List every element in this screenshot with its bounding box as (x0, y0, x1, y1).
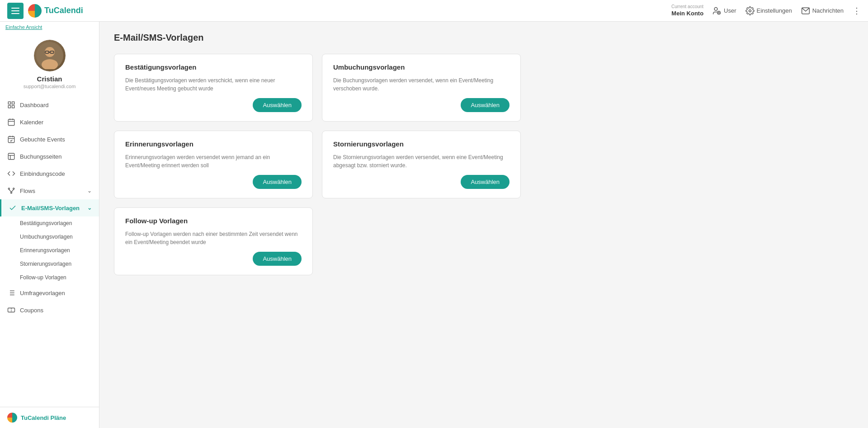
select-umbuchungsvorlagen-button[interactable]: Auswählen (461, 98, 509, 112)
card-umbuchungsvorlagen-action: Auswählen (333, 98, 509, 112)
simple-view-link[interactable]: Einfache Ansicht (0, 22, 99, 33)
flows-icon (7, 187, 15, 195)
sidebar-bottom: TuCalendi Pläne (0, 407, 99, 428)
sidebar-subitem-followup[interactable]: Follow-up Vorlagen (0, 271, 99, 284)
sidebar: Einfache Ansicht Cristian support@tucale (0, 22, 99, 428)
card-bestatigungsvorlagen: Bestätigungsvorlagen Die Bestätigungsvor… (114, 54, 313, 122)
more-icon[interactable]: ⋮ (853, 6, 861, 16)
hamburger-button[interactable] (7, 3, 24, 19)
svg-point-0 (714, 7, 717, 10)
svg-rect-10 (8, 102, 10, 104)
card-bestatigungsvorlagen-action: Auswählen (125, 98, 302, 112)
settings-action[interactable]: Einstellungen (745, 6, 792, 15)
sidebar-item-coupons[interactable]: Coupons (0, 301, 99, 319)
select-followup-button[interactable]: Auswählen (253, 252, 302, 266)
select-bestatigungsvorlagen-button[interactable]: Auswählen (253, 98, 302, 112)
checkmark-icon (9, 204, 17, 212)
sidebar-subitem-bestatigungsvorlagen[interactable]: Bestätigungsvorlagen (0, 216, 99, 230)
svg-rect-18 (8, 136, 14, 143)
booking-icon (7, 152, 15, 160)
card-umbuchungsvorlagen-title: Umbuchungsvorlagen (333, 63, 509, 71)
plans-label: TuCalendi Pläne (21, 414, 66, 421)
svg-rect-11 (12, 102, 14, 104)
card-followup: Follow-up Vorlagen Follow-up Vorlagen we… (114, 207, 313, 275)
card-umbuchungsvorlagen-desc: Die Buchungsvorlagen werden versendet, w… (333, 76, 509, 93)
sidebar-item-email-sms[interactable]: E-Mail/SMS-Vorlagen ⌄ (0, 199, 99, 216)
select-stornierungsvorlagen-button[interactable]: Auswählen (461, 175, 509, 189)
sidebar-item-einbindungscode-label: Einbindungscode (20, 170, 65, 177)
coupon-icon (7, 306, 15, 314)
svg-line-29 (11, 189, 14, 192)
sidebar-item-kalender[interactable]: Kalender (0, 113, 99, 131)
svg-line-28 (9, 189, 11, 192)
user-label: User (724, 7, 736, 14)
topbar: TuCalendi Current account Mein Konto Use… (0, 0, 868, 22)
settings-label: Einstellungen (757, 7, 792, 14)
avatar-image (34, 40, 66, 71)
card-erinnerungsvorlagen-title: Erinnerungsvorlagen (125, 140, 302, 148)
user-icon (712, 6, 722, 15)
sidebar-item-flows-label: Flows (20, 188, 35, 194)
tucalendi-plans-link[interactable]: TuCalendi Pläne (7, 413, 92, 423)
sidebar-item-kalender-label: Kalender (20, 119, 43, 126)
logo-icon (28, 4, 42, 18)
dashboard-icon (7, 101, 15, 109)
hamburger-line-3 (11, 13, 19, 14)
sidebar-item-buchungsseiten[interactable]: Buchungsseiten (0, 148, 99, 165)
card-erinnerungsvorlagen-desc: Erinnerungsvorlagen werden versendet wen… (125, 153, 302, 169)
topbar-right: Current account Mein Konto User Einstell… (671, 4, 861, 17)
card-stornierungsvorlagen-desc: Die Stornierungsvorlagen werden versende… (333, 153, 509, 169)
svg-point-26 (13, 188, 14, 189)
content-area: E-Mail/SMS-Vorlagen Bestätigungsvorlagen… (99, 22, 868, 428)
card-erinnerungsvorlagen-action: Auswählen (125, 175, 302, 189)
logo-text: TuCalendi (44, 6, 83, 15)
current-account-label: Current account (671, 4, 703, 9)
select-erinnerungsvorlagen-button[interactable]: Auswählen (253, 175, 302, 189)
sidebar-item-events[interactable]: Gebuchte Events (0, 131, 99, 148)
sidebar-item-buchungsseiten-label: Buchungsseiten (20, 153, 62, 160)
sidebar-nav: Dashboard Kalender Gebuchte Events (0, 96, 99, 407)
svg-rect-13 (8, 106, 10, 108)
mail-icon (801, 6, 810, 15)
card-umbuchungsvorlagen: Umbuchungsvorlagen Die Buchungsvorlagen … (322, 54, 521, 122)
sidebar-username: Cristian (37, 75, 62, 83)
messages-action[interactable]: Nachrichten (801, 6, 844, 15)
avatar-svg (36, 42, 63, 69)
user-action[interactable]: User (712, 6, 736, 15)
card-stornierungsvorlagen-title: Stornierungsvorlagen (333, 140, 509, 148)
code-icon (7, 169, 15, 178)
sidebar-item-coupons-label: Coupons (20, 307, 43, 314)
sidebar-item-umfragevorlagen[interactable]: Umfragevorlagen (0, 284, 99, 301)
card-followup-action: Auswählen (125, 252, 302, 266)
current-account-value: Mein Konto (671, 10, 703, 17)
svg-point-27 (11, 192, 12, 193)
sidebar-item-einbindungscode[interactable]: Einbindungscode (0, 165, 99, 182)
svg-rect-14 (8, 119, 14, 126)
svg-rect-12 (12, 106, 14, 108)
sidebar-subitem-stornierungsvorlagen[interactable]: Stornierungsvorlagen (0, 257, 99, 271)
card-stornierungsvorlagen: Stornierungsvorlagen Die Stornierungsvor… (322, 131, 521, 198)
main-layout: Einfache Ansicht Cristian support@tucale (0, 22, 868, 428)
page-title: E-Mail/SMS-Vorlagen (114, 33, 854, 43)
card-bestatigungsvorlagen-title: Bestätigungsvorlagen (125, 63, 302, 71)
sidebar-item-events-label: Gebuchte Events (20, 136, 65, 143)
email-sms-chevron-icon: ⌄ (87, 205, 92, 211)
card-followup-desc: Follow-up Vorlagen werden nach einer bes… (125, 230, 302, 246)
svg-point-2 (749, 9, 751, 12)
sidebar-item-flows[interactable]: Flows ⌄ (0, 182, 99, 199)
topbar-left: TuCalendi (7, 3, 83, 19)
sidebar-item-dashboard-label: Dashboard (20, 102, 49, 108)
sidebar-email: support@tucalendi.com (24, 84, 76, 89)
survey-icon (7, 289, 15, 297)
cards-grid: Bestätigungsvorlagen Die Bestätigungsvor… (114, 54, 521, 275)
sidebar-subitem-umbuchungsvorlagen[interactable]: Umbuchungsvorlagen (0, 230, 99, 244)
card-followup-title: Follow-up Vorlagen (125, 217, 302, 225)
card-bestatigungsvorlagen-desc: Die Bestätigungsvorlagen werden verschic… (125, 76, 302, 93)
svg-rect-22 (8, 153, 14, 160)
messages-label: Nachrichten (812, 7, 844, 14)
svg-point-25 (8, 188, 9, 189)
sidebar-item-dashboard[interactable]: Dashboard (0, 96, 99, 113)
sidebar-subitem-erinnerungsvorlagen[interactable]: Erinnerungsvorlagen (0, 244, 99, 257)
card-erinnerungsvorlagen: Erinnerungsvorlagen Erinnerungsvorlagen … (114, 131, 313, 198)
logo[interactable]: TuCalendi (28, 4, 83, 18)
